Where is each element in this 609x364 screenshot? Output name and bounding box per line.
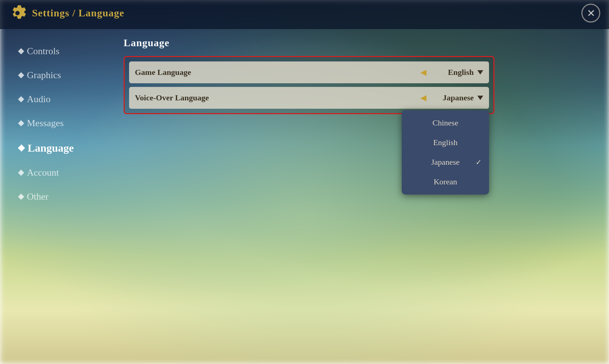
sidebar: Controls Graphics Audio Messages Languag… xyxy=(0,26,109,364)
sidebar-label-controls: Controls xyxy=(27,46,60,57)
voiceover-language-label: Voice-Over Language xyxy=(135,93,420,103)
sidebar-item-controls[interactable]: Controls xyxy=(15,41,102,62)
sidebar-item-language[interactable]: Language xyxy=(15,137,102,159)
sidebar-item-audio[interactable]: Audio xyxy=(15,89,102,110)
game-language-value: English xyxy=(430,68,474,77)
diamond-icon-language xyxy=(18,144,25,152)
dropdown-label-japanese: Japanese xyxy=(431,157,460,167)
voiceover-language-row: Voice-Over Language ◀ Japanese Chinese E… xyxy=(129,87,489,109)
sidebar-label-other: Other xyxy=(27,191,48,202)
voiceover-language-arrow-left[interactable]: ◀ xyxy=(420,93,426,103)
sidebar-label-account: Account xyxy=(27,167,59,178)
sidebar-label-audio: Audio xyxy=(27,94,51,105)
dropdown-option-english[interactable]: English xyxy=(402,133,489,152)
voiceover-language-value: Japanese xyxy=(430,93,474,103)
game-language-row: Game Language ◀ English xyxy=(129,61,489,83)
game-language-dropdown-arrow[interactable] xyxy=(477,70,483,75)
voiceover-dropdown-menu: Chinese English Japanese ✓ Korean xyxy=(402,110,489,195)
sidebar-label-language: Language xyxy=(28,142,74,154)
settings-panel: Game Language ◀ English Voice-Over Langu… xyxy=(124,56,494,114)
diamond-icon-messages xyxy=(18,120,24,127)
sidebar-item-graphics[interactable]: Graphics xyxy=(15,65,102,86)
game-language-value-area: ◀ English xyxy=(420,68,483,77)
game-language-label: Game Language xyxy=(135,68,420,77)
sidebar-label-graphics: Graphics xyxy=(27,70,61,81)
section-title: Language xyxy=(124,37,594,49)
close-button[interactable]: ✕ xyxy=(581,4,600,23)
checkmark-icon: ✓ xyxy=(476,158,482,167)
voiceover-language-dropdown-arrow[interactable] xyxy=(477,96,483,100)
sidebar-item-account[interactable]: Account xyxy=(15,162,102,183)
sidebar-label-messages: Messages xyxy=(27,118,64,129)
game-language-arrow-left[interactable]: ◀ xyxy=(420,68,426,77)
diamond-icon-account xyxy=(18,170,24,176)
sidebar-item-other[interactable]: Other xyxy=(15,186,102,207)
voiceover-language-value-area: ◀ Japanese xyxy=(420,93,483,103)
diamond-icon-controls xyxy=(18,48,24,55)
topbar: Settings / Language ✕ xyxy=(0,0,609,26)
dropdown-label-chinese: Chinese xyxy=(433,118,458,128)
dropdown-option-korean[interactable]: Korean xyxy=(402,172,489,192)
gear-icon xyxy=(9,4,26,22)
diamond-icon-audio xyxy=(18,96,24,103)
dropdown-label-english: English xyxy=(433,138,457,147)
topbar-title: Settings / Language xyxy=(32,7,124,19)
dropdown-label-korean: Korean xyxy=(434,177,457,187)
dropdown-option-chinese[interactable]: Chinese xyxy=(402,113,489,133)
diamond-icon-other xyxy=(18,194,24,200)
diamond-icon-graphics xyxy=(18,72,24,79)
sidebar-item-messages[interactable]: Messages xyxy=(15,113,102,134)
dropdown-option-japanese[interactable]: Japanese ✓ xyxy=(402,152,489,172)
close-icon: ✕ xyxy=(587,7,595,19)
main-layout: Controls Graphics Audio Messages Languag… xyxy=(0,26,609,364)
content-area: Language Game Language ◀ English Voice-O… xyxy=(109,26,609,364)
topbar-title-group: Settings / Language xyxy=(9,4,124,22)
